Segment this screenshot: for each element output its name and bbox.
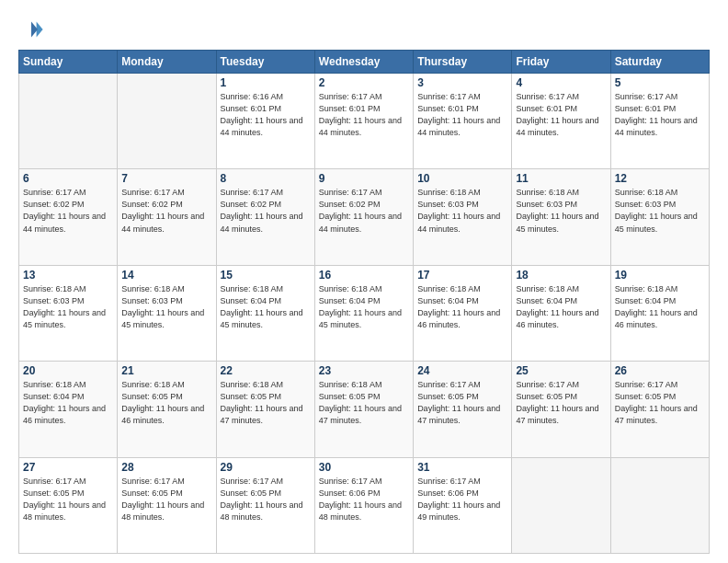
day-number: 11: [516, 172, 606, 185]
day-number: 18: [516, 269, 606, 282]
day-info: Sunrise: 6:17 AMSunset: 6:05 PMDaylight:…: [221, 477, 303, 522]
calendar-cell: 3 Sunrise: 6:17 AMSunset: 6:01 PMDayligh…: [414, 74, 512, 169]
weekday-wednesday: Wednesday: [314, 51, 413, 74]
day-info: Sunrise: 6:18 AMSunset: 6:05 PMDaylight:…: [319, 380, 402, 425]
day-number: 6: [23, 172, 113, 185]
day-number: 28: [121, 461, 211, 474]
calendar-cell: [512, 457, 610, 553]
day-info: Sunrise: 6:18 AMSunset: 6:04 PMDaylight:…: [319, 284, 402, 329]
weekday-saturday: Saturday: [610, 51, 709, 74]
calendar-cell: 12 Sunrise: 6:18 AMSunset: 6:03 PMDaylig…: [610, 169, 709, 265]
week-row-4: 20 Sunrise: 6:18 AMSunset: 6:04 PMDaylig…: [19, 362, 710, 457]
calendar-cell: 8 Sunrise: 6:17 AMSunset: 6:02 PMDayligh…: [216, 169, 314, 265]
day-number: 10: [417, 172, 507, 185]
header: [18, 17, 710, 42]
day-number: 20: [23, 364, 113, 377]
calendar-cell: 23 Sunrise: 6:18 AMSunset: 6:05 PMDaylig…: [314, 362, 413, 457]
calendar-table: SundayMondayTuesdayWednesdayThursdayFrid…: [18, 50, 710, 554]
calendar-cell: 17 Sunrise: 6:18 AMSunset: 6:04 PMDaylig…: [414, 265, 512, 361]
day-number: 25: [516, 364, 606, 377]
calendar-cell: 31 Sunrise: 6:17 AMSunset: 6:06 PMDaylig…: [414, 457, 512, 553]
weekday-friday: Friday: [512, 51, 610, 74]
weekday-thursday: Thursday: [414, 51, 512, 74]
day-info: Sunrise: 6:17 AMSunset: 6:02 PMDaylight:…: [121, 188, 204, 233]
calendar-cell: 18 Sunrise: 6:18 AMSunset: 6:04 PMDaylig…: [512, 265, 610, 361]
day-number: 22: [221, 364, 311, 377]
weekday-tuesday: Tuesday: [216, 51, 314, 74]
day-info: Sunrise: 6:18 AMSunset: 6:03 PMDaylight:…: [615, 188, 698, 233]
calendar-cell: 28 Sunrise: 6:17 AMSunset: 6:05 PMDaylig…: [118, 457, 216, 553]
day-info: Sunrise: 6:17 AMSunset: 6:06 PMDaylight:…: [319, 477, 402, 522]
calendar-cell: 5 Sunrise: 6:17 AMSunset: 6:01 PMDayligh…: [610, 74, 709, 169]
day-info: Sunrise: 6:17 AMSunset: 6:02 PMDaylight:…: [23, 188, 106, 233]
calendar-cell: 22 Sunrise: 6:18 AMSunset: 6:05 PMDaylig…: [216, 362, 314, 457]
calendar-cell: 21 Sunrise: 6:18 AMSunset: 6:05 PMDaylig…: [118, 362, 216, 457]
day-info: Sunrise: 6:18 AMSunset: 6:03 PMDaylight:…: [417, 188, 500, 233]
calendar-cell: 2 Sunrise: 6:17 AMSunset: 6:01 PMDayligh…: [314, 74, 413, 169]
day-number: 5: [615, 76, 705, 89]
day-number: 24: [417, 364, 507, 377]
day-info: Sunrise: 6:17 AMSunset: 6:05 PMDaylight:…: [121, 477, 204, 522]
day-info: Sunrise: 6:17 AMSunset: 6:01 PMDaylight:…: [417, 92, 500, 137]
calendar-cell: 25 Sunrise: 6:17 AMSunset: 6:05 PMDaylig…: [512, 362, 610, 457]
day-info: Sunrise: 6:18 AMSunset: 6:04 PMDaylight:…: [615, 284, 698, 329]
day-number: 15: [221, 269, 311, 282]
calendar-cell: 20 Sunrise: 6:18 AMSunset: 6:04 PMDaylig…: [19, 362, 118, 457]
calendar-cell: 7 Sunrise: 6:17 AMSunset: 6:02 PMDayligh…: [118, 169, 216, 265]
day-number: 19: [615, 269, 705, 282]
day-number: 31: [417, 461, 507, 474]
calendar-cell: 9 Sunrise: 6:17 AMSunset: 6:02 PMDayligh…: [314, 169, 413, 265]
day-number: 16: [319, 269, 409, 282]
day-number: 7: [121, 172, 211, 185]
day-number: 14: [121, 269, 211, 282]
day-info: Sunrise: 6:17 AMSunset: 6:05 PMDaylight:…: [615, 380, 698, 425]
day-info: Sunrise: 6:18 AMSunset: 6:03 PMDaylight:…: [516, 188, 598, 233]
calendar-cell: 15 Sunrise: 6:18 AMSunset: 6:04 PMDaylig…: [216, 265, 314, 361]
day-number: 9: [319, 172, 409, 185]
day-number: 30: [319, 461, 409, 474]
day-info: Sunrise: 6:17 AMSunset: 6:01 PMDaylight:…: [615, 92, 698, 137]
day-info: Sunrise: 6:18 AMSunset: 6:03 PMDaylight:…: [121, 284, 204, 329]
day-number: 29: [221, 461, 311, 474]
day-info: Sunrise: 6:17 AMSunset: 6:02 PMDaylight:…: [319, 188, 402, 233]
day-info: Sunrise: 6:17 AMSunset: 6:02 PMDaylight:…: [221, 188, 303, 233]
calendar-cell: [118, 74, 216, 169]
day-info: Sunrise: 6:18 AMSunset: 6:05 PMDaylight:…: [121, 380, 204, 425]
calendar-cell: 19 Sunrise: 6:18 AMSunset: 6:04 PMDaylig…: [610, 265, 709, 361]
week-row-2: 6 Sunrise: 6:17 AMSunset: 6:02 PMDayligh…: [19, 169, 710, 265]
calendar-cell: [19, 74, 118, 169]
day-info: Sunrise: 6:18 AMSunset: 6:04 PMDaylight:…: [417, 284, 500, 329]
day-number: 2: [319, 76, 409, 89]
calendar-cell: 29 Sunrise: 6:17 AMSunset: 6:05 PMDaylig…: [216, 457, 314, 553]
day-number: 8: [221, 172, 311, 185]
day-number: 17: [417, 269, 507, 282]
calendar-cell: 13 Sunrise: 6:18 AMSunset: 6:03 PMDaylig…: [19, 265, 118, 361]
weekday-sunday: Sunday: [19, 51, 118, 74]
day-number: 12: [615, 172, 705, 185]
day-info: Sunrise: 6:17 AMSunset: 6:05 PMDaylight:…: [417, 380, 500, 425]
calendar-cell: [610, 457, 709, 553]
logo: [18, 17, 48, 42]
page: SundayMondayTuesdayWednesdayThursdayFrid…: [0, 0, 728, 563]
day-number: 27: [23, 461, 113, 474]
day-info: Sunrise: 6:18 AMSunset: 6:03 PMDaylight:…: [23, 284, 106, 329]
calendar-cell: 30 Sunrise: 6:17 AMSunset: 6:06 PMDaylig…: [314, 457, 413, 553]
day-number: 21: [121, 364, 211, 377]
day-info: Sunrise: 6:18 AMSunset: 6:04 PMDaylight:…: [221, 284, 303, 329]
day-number: 23: [319, 364, 409, 377]
weekday-monday: Monday: [118, 51, 216, 74]
calendar-cell: 10 Sunrise: 6:18 AMSunset: 6:03 PMDaylig…: [414, 169, 512, 265]
day-number: 1: [221, 76, 311, 89]
calendar-cell: 1 Sunrise: 6:16 AMSunset: 6:01 PMDayligh…: [216, 74, 314, 169]
logo-icon: [18, 17, 44, 42]
weekday-header-row: SundayMondayTuesdayWednesdayThursdayFrid…: [19, 51, 710, 74]
day-info: Sunrise: 6:17 AMSunset: 6:01 PMDaylight:…: [516, 92, 598, 137]
day-info: Sunrise: 6:18 AMSunset: 6:05 PMDaylight:…: [221, 380, 303, 425]
day-number: 26: [615, 364, 705, 377]
calendar-cell: 26 Sunrise: 6:17 AMSunset: 6:05 PMDaylig…: [610, 362, 709, 457]
calendar-cell: 14 Sunrise: 6:18 AMSunset: 6:03 PMDaylig…: [118, 265, 216, 361]
week-row-1: 1 Sunrise: 6:16 AMSunset: 6:01 PMDayligh…: [19, 74, 710, 169]
week-row-3: 13 Sunrise: 6:18 AMSunset: 6:03 PMDaylig…: [19, 265, 710, 361]
week-row-5: 27 Sunrise: 6:17 AMSunset: 6:05 PMDaylig…: [19, 457, 710, 553]
day-number: 4: [516, 76, 606, 89]
